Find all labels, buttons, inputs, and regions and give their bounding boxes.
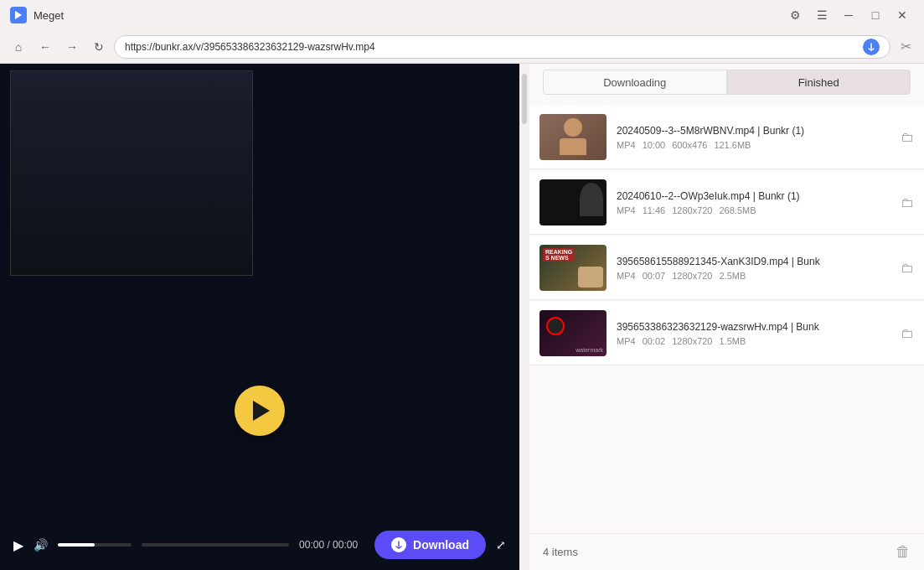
item-format: MP4 [617, 205, 636, 215]
download-item: REAKINGS NEWS 395658615588921345-XanK3ID… [529, 236, 924, 300]
tabs-bar: Downloading Finished [529, 64, 924, 101]
play-button[interactable] [235, 386, 285, 436]
menu-button[interactable]: ☰ [810, 5, 834, 25]
svg-marker-0 [15, 11, 22, 19]
window-controls: ⚙ ☰ ─ □ ✕ [783, 5, 914, 25]
bottom-bar: 4 items 🗑 [529, 533, 924, 570]
item-meta: MP4 10:00 600x476 121.6MB [617, 140, 890, 150]
item-format: MP4 [617, 140, 636, 150]
video-preview-thumbnail [10, 70, 253, 276]
item-meta: MP4 00:07 1280x720 2.5MB [617, 271, 890, 281]
time-display: 00:00 / 00:00 [299, 539, 358, 551]
tab-finished[interactable]: Finished [727, 70, 911, 95]
open-folder-button[interactable]: 🗀 [901, 261, 914, 276]
item-resolution: 1280x720 [672, 271, 712, 281]
titlebar: Meget ⚙ ☰ ─ □ ✕ [0, 0, 924, 30]
item-resolution: 1280x720 [672, 205, 712, 215]
url-download-icon [863, 39, 880, 55]
open-folder-button[interactable]: 🗀 [901, 326, 914, 341]
download-item: 20240509--3--5M8rWBNV.mp4 | Bunkr (1) MP… [529, 106, 924, 169]
volume-slider[interactable] [58, 543, 132, 547]
open-folder-button[interactable]: 🗀 [901, 130, 914, 145]
bookmark-button[interactable]: ✂ [894, 35, 917, 59]
open-folder-button[interactable]: 🗀 [901, 195, 914, 210]
app-title: Meget [34, 9, 783, 22]
download-button[interactable]: Download [374, 531, 486, 559]
item-info: 20240610--2--OWp3eIuk.mp4 | Bunkr (1) MP… [617, 190, 890, 215]
app-icon [10, 7, 27, 23]
close-button[interactable]: ✕ [890, 5, 914, 25]
play-pause-button[interactable]: ▶ [13, 537, 23, 553]
maximize-button[interactable]: □ [864, 5, 887, 25]
download-btn-icon [391, 537, 406, 552]
url-bar[interactable]: https://bunkr.ax/v/395653386323632129-wa… [114, 35, 890, 59]
settings-button[interactable]: ⚙ [783, 5, 807, 25]
fullscreen-button[interactable]: ⤢ [496, 538, 506, 552]
download-item: 20240610--2--OWp3eIuk.mp4 | Bunkr (1) MP… [529, 171, 924, 235]
item-size: 1.5MB [719, 336, 746, 346]
item-size: 121.6MB [714, 140, 751, 150]
download-btn-label: Download [413, 538, 469, 552]
item-size: 2.5MB [719, 271, 746, 281]
item-title: 395658615588921345-XanK3ID9.mp4 | Bunk [617, 256, 890, 267]
item-thumbnail [539, 114, 607, 160]
item-meta: MP4 00:02 1280x720 1.5MB [617, 336, 890, 346]
tab-downloading[interactable]: Downloading [543, 70, 727, 95]
item-info: 395658615588921345-XanK3ID9.mp4 | Bunk M… [617, 256, 890, 281]
item-thumbnail [539, 179, 607, 225]
item-duration: 00:07 [643, 271, 666, 281]
item-duration: 11:46 [643, 205, 666, 215]
download-item: watermark 395653386323632129-wazsrwHv.mp… [529, 302, 924, 365]
minimize-button[interactable]: ─ [837, 5, 860, 25]
item-meta: MP4 11:46 1280x720 268.5MB [617, 205, 890, 215]
downloads-list: 20240509--3--5M8rWBNV.mp4 | Bunkr (1) MP… [529, 101, 924, 533]
video-controls: ▶ 🔊 00:00 / 00:00 Download ⤢ [0, 520, 519, 570]
item-thumbnail: REAKINGS NEWS [539, 245, 607, 291]
item-duration: 00:02 [643, 336, 666, 346]
home-button[interactable]: ⌂ [7, 35, 30, 59]
forward-button[interactable]: → [60, 35, 84, 59]
items-count: 4 items [543, 546, 578, 558]
downloads-panel: Downloading Finished 20240509--3--5M8rWB… [529, 64, 924, 570]
item-resolution: 1280x720 [672, 336, 712, 346]
scrollbar-thumb[interactable] [522, 74, 527, 124]
play-icon [253, 401, 270, 421]
item-format: MP4 [617, 336, 636, 346]
item-info: 395653386323632129-wazsrwHv.mp4 | Bunk M… [617, 321, 890, 346]
item-thumbnail: watermark [539, 310, 607, 356]
video-player-panel: ▶ 🔊 00:00 / 00:00 Download ⤢ [0, 64, 519, 570]
thumbnail-image [11, 71, 252, 275]
item-duration: 10:00 [643, 140, 666, 150]
url-text: https://bunkr.ax/v/395653386323632129-wa… [125, 41, 856, 53]
item-title: 20240509--3--5M8rWBNV.mp4 | Bunkr (1) [617, 125, 890, 137]
item-title: 20240610--2--OWp3eIuk.mp4 | Bunkr (1) [617, 190, 890, 202]
item-resolution: 600x476 [672, 140, 707, 150]
volume-button[interactable]: 🔊 [34, 538, 48, 552]
item-format: MP4 [617, 271, 636, 281]
main-content: ▶ 🔊 00:00 / 00:00 Download ⤢ [0, 64, 924, 570]
navbar: ⌂ ← → ↻ https://bunkr.ax/v/3956533863236… [0, 30, 924, 64]
item-info: 20240509--3--5M8rWBNV.mp4 | Bunkr (1) MP… [617, 125, 890, 150]
video-area [0, 64, 519, 520]
seek-bar[interactable] [142, 543, 289, 547]
reload-button[interactable]: ↻ [87, 35, 111, 59]
item-title: 395653386323632129-wazsrwHv.mp4 | Bunk [617, 321, 890, 333]
back-button[interactable]: ← [34, 35, 57, 59]
delete-all-button[interactable]: 🗑 [896, 543, 911, 561]
item-size: 268.5MB [719, 205, 756, 215]
panel-scrollbar [519, 64, 529, 570]
